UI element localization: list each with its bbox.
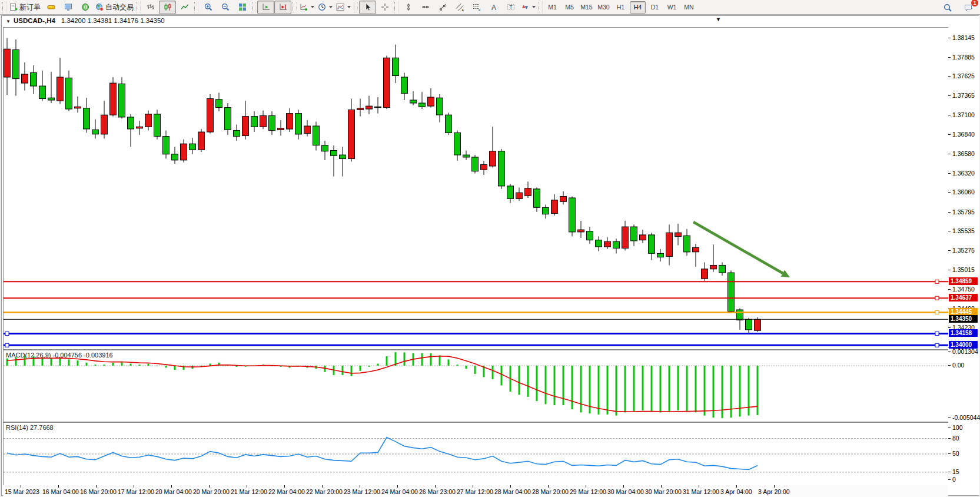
zoom-in-button[interactable] (200, 1, 217, 14)
time-axis-label: 29 Mar 12:00 (570, 488, 606, 495)
level-handle[interactable] (935, 280, 939, 283)
cursor-tool-button[interactable] (359, 1, 376, 14)
signals-button[interactable] (77, 1, 94, 14)
notifications-button[interactable]: 1 (959, 1, 976, 14)
vertical-line-tool-button[interactable] (400, 1, 417, 14)
line-chart-mode-button[interactable] (176, 1, 193, 14)
timeframe-h4-button[interactable]: H4 (630, 1, 646, 14)
text-tool-button[interactable]: A (485, 1, 502, 14)
candle (375, 107, 381, 107)
toolbar-drag-handle[interactable] (137, 2, 141, 12)
timeframe-m1-button[interactable]: M1 (544, 1, 560, 14)
price-axis-label: 1.37625 (952, 72, 975, 79)
tile-windows-button[interactable] (234, 1, 251, 14)
toolbar-drag-handle[interactable] (394, 2, 398, 12)
zoom-out-button[interactable] (217, 1, 234, 14)
axis-tick (948, 250, 951, 251)
search-button[interactable] (939, 1, 956, 14)
candle (84, 108, 90, 129)
add-indicator-button[interactable] (298, 1, 316, 14)
toolbar-drag-handle[interactable] (539, 2, 543, 12)
candle (198, 132, 205, 150)
rsi-axis-label: 80 (952, 435, 959, 442)
level-handle[interactable] (935, 310, 939, 314)
candle-chart-mode-button[interactable] (159, 1, 176, 14)
macd-bar (572, 366, 573, 409)
add-indicator-caret-icon[interactable] (311, 6, 314, 8)
templates-button[interactable] (334, 1, 353, 14)
candle (401, 77, 408, 94)
metaeditor-button[interactable] (42, 1, 59, 14)
timeframe-m5-button[interactable]: M5 (562, 1, 577, 14)
timeframe-h1-button[interactable]: H1 (613, 1, 629, 14)
collapse-chart-icon[interactable]: ▼ (6, 19, 11, 24)
candle (384, 58, 390, 107)
market-watch-button[interactable] (59, 1, 77, 14)
trendline-tool-button[interactable] (434, 1, 451, 14)
toolbar-drag-handle[interactable] (293, 2, 297, 12)
rsi-panel[interactable]: RSI(14) 27.7668 (3, 422, 949, 486)
bar-chart-mode-button[interactable] (142, 1, 159, 14)
candle (746, 319, 752, 330)
horizontal-line-tool-button[interactable] (417, 1, 434, 14)
time-tick (397, 485, 398, 488)
macd-bar (616, 366, 617, 416)
level-handle[interactable] (5, 343, 9, 347)
rsi-axis-label: 15 (952, 468, 959, 475)
fibo-icon: F (473, 3, 481, 11)
level-handle[interactable] (5, 332, 9, 336)
macd-signal-line (7, 356, 758, 412)
arrows-tool-caret-icon[interactable] (532, 6, 536, 8)
timeframe-m30-button[interactable]: M30 (596, 1, 612, 14)
candle (128, 117, 134, 129)
bars-icon (147, 3, 155, 11)
macd-panel[interactable]: MACD(12,26,9) -0.004756 -0.003916 (3, 350, 949, 422)
candle (640, 235, 646, 240)
level-handle[interactable] (935, 343, 939, 347)
timeframe-mn-button[interactable]: MN (681, 1, 697, 14)
rsi-canvas[interactable] (4, 423, 949, 485)
macd-canvas[interactable] (4, 350, 949, 422)
candle (110, 83, 117, 115)
axis-tick (948, 352, 951, 352)
text-label-tool-button[interactable]: T (502, 1, 519, 14)
time-axis-label: 3 Apr 20:00 (758, 488, 790, 495)
candle (216, 100, 222, 108)
periods-caret-icon[interactable] (329, 6, 333, 8)
time-tick (699, 485, 699, 488)
templates-caret-icon[interactable] (347, 6, 351, 8)
chart-shift-button[interactable] (274, 1, 291, 14)
candle (578, 230, 584, 232)
macd-axis-min: -0.005044 (952, 414, 980, 421)
axis-tick (948, 212, 951, 213)
toolbar-drag-handle[interactable] (354, 2, 358, 12)
channel-tool-button[interactable]: E (451, 1, 468, 14)
toolbar-drag-handle[interactable] (252, 2, 256, 12)
arrows-tool-button[interactable] (519, 1, 537, 14)
timeframe-m15-button[interactable]: M15 (579, 1, 594, 14)
macd-bar (563, 366, 564, 405)
auto-trading-button[interactable]: 自动交易 (94, 1, 135, 14)
candle (560, 197, 567, 202)
toolbar-drag-handle[interactable] (2, 2, 6, 12)
chart-shift-marker-icon[interactable]: ▼ (716, 16, 721, 22)
candle (481, 164, 487, 170)
candle (22, 74, 28, 83)
level-handle[interactable] (935, 332, 939, 336)
auto-scroll-button[interactable] (257, 1, 274, 14)
crosshair-tool-button[interactable] (376, 1, 393, 14)
rsi-axis-label: 100 (952, 424, 963, 431)
price-chart-canvas[interactable] (4, 28, 949, 349)
fibonacci-tool-button[interactable]: F (468, 1, 485, 14)
timeframe-d1-button[interactable]: D1 (647, 1, 663, 14)
trend-arrow[interactable] (693, 222, 783, 273)
level-handle[interactable] (935, 296, 939, 300)
timeframe-w1-button[interactable]: W1 (664, 1, 680, 14)
periods-button[interactable] (316, 1, 334, 14)
new-order-button[interactable]: 新订单 (8, 1, 42, 14)
price-panel[interactable] (3, 27, 949, 350)
time-tick (284, 485, 285, 488)
macd-bar (404, 352, 406, 366)
toolbar-drag-handle[interactable] (194, 2, 198, 12)
macd-bar (527, 366, 529, 397)
